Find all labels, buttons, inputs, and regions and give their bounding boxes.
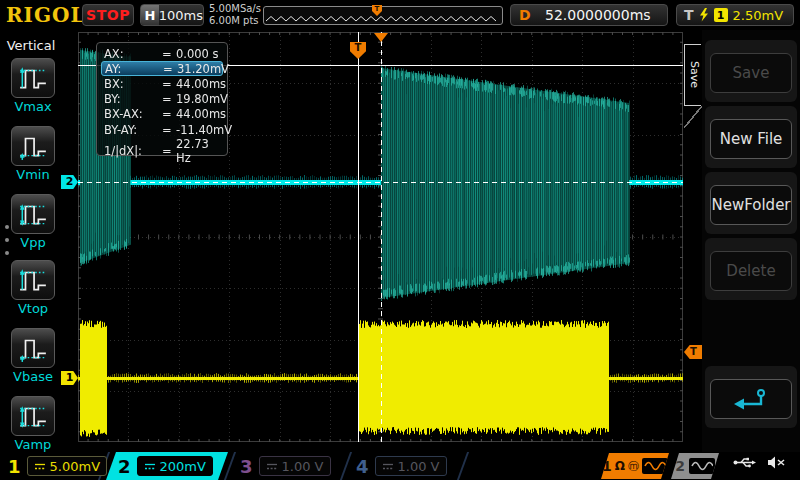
- source2-status[interactable]: 2: [671, 453, 719, 479]
- run-state-label: STOP: [86, 7, 130, 23]
- vbase-label: Vbase: [11, 369, 55, 384]
- vmin-label: Vmin: [11, 167, 55, 182]
- trigger-box[interactable]: T 1 2.50mV: [676, 4, 794, 26]
- channel1-number: 1: [8, 456, 21, 477]
- source1-number: 1: [602, 458, 612, 474]
- channel3-number: 3: [240, 456, 253, 477]
- channel3-scale: 1.00 V: [282, 459, 324, 474]
- timebase-value: 100ms: [159, 8, 203, 23]
- channel4-status[interactable]: 4 1.00 V: [356, 453, 447, 479]
- back-button[interactable]: [710, 379, 792, 419]
- new-folder-button[interactable]: NewFolder: [710, 185, 792, 225]
- measure-item-vpp: Vpp: [11, 194, 55, 250]
- channel4-scale: 1.00 V: [398, 459, 440, 474]
- save-menu: Save New File NewFolder Delete: [702, 30, 800, 452]
- trigger-badge: T: [684, 7, 694, 23]
- new-file-button[interactable]: New File: [710, 119, 792, 159]
- measure-item-vmax: Vmax: [11, 58, 55, 114]
- cursor-row-bx: BX: = 44.00ms: [101, 76, 223, 91]
- dc-coupling-icon: [34, 462, 46, 471]
- delay-badge: D: [519, 7, 531, 23]
- speaker-muted-icon: [767, 456, 786, 469]
- source1-mod-badge: ⓜ: [628, 459, 639, 474]
- cursor-row-freq: 1/|dX|: = 22.73 Hz: [101, 137, 223, 152]
- preview-waveform: [264, 7, 502, 24]
- menu-tab-notch: [684, 106, 702, 128]
- source1-impedance: Ω: [615, 459, 625, 473]
- delay-value: 52.0000000ms: [539, 7, 657, 23]
- measure-item-vamp: Vamp: [11, 396, 55, 452]
- measure-item-vtop: Vtop: [11, 260, 55, 316]
- usb-icon: [733, 456, 757, 469]
- vbase-button[interactable]: [11, 328, 55, 368]
- oscilloscope-screen: RIGOL STOP H 100ms 5.00MSa/s 6.00M pts T…: [0, 0, 800, 480]
- horizontal-badge: H: [141, 4, 159, 26]
- channel2-status[interactable]: 2 200mV: [118, 453, 213, 479]
- cursor-b-position-icon[interactable]: [374, 33, 388, 42]
- vmax-label: Vmax: [11, 99, 55, 114]
- sine-wave-icon: [644, 460, 666, 472]
- source2-number: 2: [675, 458, 685, 474]
- header-bar: RIGOL STOP H 100ms 5.00MSa/s 6.00M pts T…: [0, 0, 800, 30]
- sidebar-title: Vertical: [0, 38, 62, 53]
- vtop-button[interactable]: [11, 260, 55, 300]
- dc-coupling-icon: [144, 462, 156, 471]
- vertical-measure-sidebar: Vertical Vmax: [0, 30, 62, 452]
- cursor-row-ax: AX: = 0.000 s: [101, 46, 223, 61]
- run-state-indicator: STOP: [82, 4, 134, 26]
- cursor-row-bxax: BX-AX: = 44.00ms: [101, 107, 223, 122]
- channel2-position-marker[interactable]: 2: [61, 175, 78, 189]
- channel2-scale: 200mV: [160, 459, 206, 474]
- trigger-level-marker[interactable]: T: [684, 345, 703, 359]
- menu-slot: New File: [705, 106, 797, 168]
- vtop-icon: [15, 265, 51, 295]
- menu-slot: Delete: [705, 238, 797, 300]
- return-arrow-icon: [731, 387, 771, 411]
- measure-item-vmin: Vmin: [11, 126, 55, 182]
- channel3-status[interactable]: 3 1.00 V: [240, 453, 331, 479]
- vamp-label: Vamp: [11, 437, 55, 452]
- trigger-slope-icon: [699, 8, 709, 22]
- channel4-number: 4: [356, 456, 369, 477]
- sine-wave-icon: [691, 460, 713, 472]
- vtop-label: Vtop: [11, 301, 55, 316]
- menu-tab-save: Save: [684, 44, 701, 106]
- menu-slot: [705, 366, 797, 428]
- vmax-button[interactable]: [11, 58, 55, 98]
- vpp-label: Vpp: [11, 235, 55, 250]
- trigger-source-badge: 1: [714, 8, 728, 22]
- cursor-measurement-panel: AX: = 0.000 s AY: = 31.20mV BX: = 44.00m…: [96, 42, 228, 156]
- source1-status[interactable]: 1 Ω ⓜ: [601, 453, 669, 479]
- vmax-icon: [15, 63, 51, 93]
- vmin-button[interactable]: [11, 126, 55, 166]
- dc-coupling-icon: [266, 462, 278, 471]
- waveform-preview-bar[interactable]: T: [263, 6, 503, 25]
- sample-rate: 5.00MSa/s: [209, 3, 261, 15]
- save-button[interactable]: Save: [710, 53, 792, 93]
- vbase-icon: [15, 333, 51, 363]
- dc-coupling-icon: [382, 462, 394, 471]
- cursor-row-ay-selected: AY: = 31.20mV: [101, 61, 223, 76]
- rigol-logo: RIGOL: [6, 3, 86, 27]
- menu-slot: Save: [705, 40, 797, 102]
- channel-status-bar: 1 5.00mV 2 200mV 3: [0, 452, 800, 480]
- menu-slot: NewFolder: [705, 172, 797, 234]
- channel1-scale: 5.00mV: [50, 459, 101, 474]
- measure-item-vbase: Vbase: [11, 328, 55, 384]
- page-indicator-dots: [5, 225, 9, 255]
- delete-button[interactable]: Delete: [710, 251, 792, 291]
- vpp-icon: [15, 199, 51, 229]
- channel1-status[interactable]: 1 5.00mV: [8, 453, 107, 479]
- vpp-button[interactable]: [11, 194, 55, 234]
- trigger-level-value: 2.50mV: [733, 8, 784, 23]
- memory-depth: 6.00M pts: [209, 15, 261, 27]
- timebase-box[interactable]: H 100ms: [140, 4, 204, 26]
- vamp-icon: [15, 401, 51, 431]
- delay-box[interactable]: D 52.0000000ms: [510, 4, 668, 26]
- channel1-position-marker[interactable]: 1: [61, 371, 78, 385]
- status-icons: [733, 456, 786, 469]
- vmin-icon: [15, 131, 51, 161]
- vamp-button[interactable]: [11, 396, 55, 436]
- acquisition-info: 5.00MSa/s 6.00M pts: [209, 3, 261, 27]
- cursor-row-byay: BY-AY: = -11.40mV: [101, 122, 223, 137]
